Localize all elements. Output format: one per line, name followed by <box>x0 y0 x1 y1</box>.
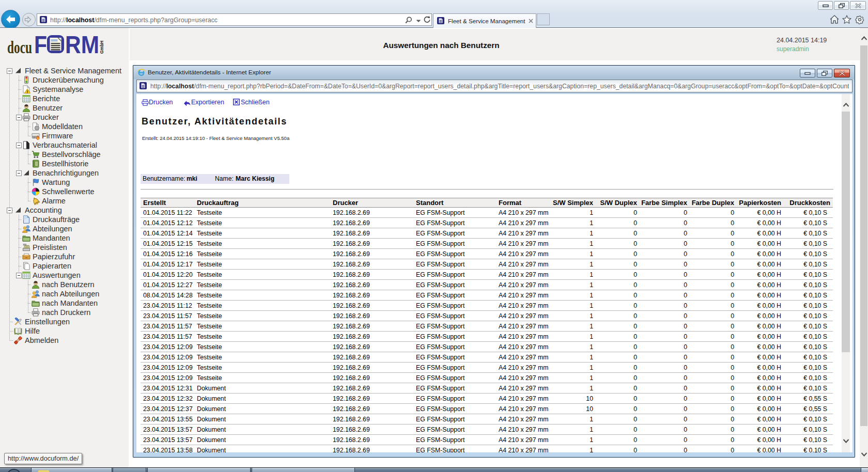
svg-text:docu: docu <box>7 38 32 57</box>
svg-text:F: F <box>34 33 47 58</box>
svg-text:GmbH: GmbH <box>99 41 104 54</box>
svg-text:RM: RM <box>65 33 99 58</box>
